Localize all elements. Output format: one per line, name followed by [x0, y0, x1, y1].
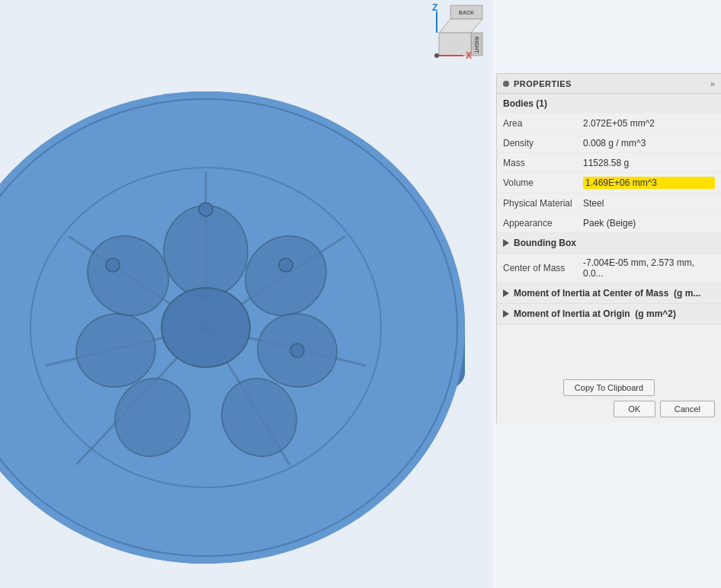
ok-button[interactable]: OK — [614, 401, 655, 417]
mass-label: Mass — [503, 158, 583, 168]
moment-inertia-cm-label: Moment of Inertia at Center of Mass (g m… — [514, 288, 700, 299]
property-row-mass: Mass 11528.58 g — [497, 153, 721, 173]
svg-marker-28 — [439, 19, 482, 33]
moment-inertia-cm-chevron-icon — [503, 289, 509, 297]
axis-indicator: BACK RIGHT Z X — [421, 4, 486, 76]
3d-viewport[interactable] — [0, 0, 492, 588]
density-label: Density — [503, 138, 583, 149]
panel-icon — [503, 81, 509, 87]
area-value: 2.072E+05 mm^2 — [583, 118, 715, 129]
center-of-mass-label: Center of Mass — [503, 263, 583, 273]
center-of-mass-value: -7.004E-05 mm, 2.573 mm, 0.0... — [583, 257, 715, 279]
area-label: Area — [503, 118, 583, 129]
panel-title: PROPERTIES — [514, 79, 710, 88]
property-row-volume: Volume 1.469E+06 mm^3 — [497, 173, 721, 193]
volume-value: 1.469E+06 mm^3 — [583, 177, 715, 189]
panel-expand-arrows[interactable]: » — [710, 79, 715, 88]
density-value: 0.008 g / mm^3 — [583, 138, 715, 149]
bounding-box-chevron-icon — [503, 239, 509, 247]
appearance-label: Appearance — [503, 218, 583, 228]
cancel-button[interactable]: Cancel — [660, 401, 715, 417]
moment-inertia-origin-row[interactable]: Moment of Inertia at Origin (g mm^2) — [497, 304, 721, 324]
svg-point-21 — [162, 288, 250, 367]
svg-point-23 — [279, 258, 293, 272]
property-row-density: Density 0.008 g / mm^3 — [497, 133, 721, 153]
property-row-appearance: Appearance Paek (Beige) — [497, 213, 721, 233]
svg-text:BACK: BACK — [459, 10, 474, 15]
panel-footer: Copy To Clipboard OK Cancel — [497, 373, 721, 423]
appearance-value: Paek (Beige) — [583, 218, 715, 228]
moment-inertia-origin-chevron-icon — [503, 310, 509, 318]
svg-text:X: X — [466, 50, 472, 61]
volume-label: Volume — [503, 177, 583, 188]
mass-value: 11528.58 g — [583, 158, 715, 168]
bounding-box-row[interactable]: Bounding Box — [497, 233, 721, 254]
property-row-material: Physical Material Steel — [497, 193, 721, 213]
clipboard-button-row: Copy To Clipboard — [503, 379, 715, 396]
svg-point-14 — [164, 206, 248, 297]
moment-inertia-origin-label: Moment of Inertia at Origin (g mm^2) — [514, 308, 676, 319]
svg-text:RIGHT: RIGHT — [474, 37, 479, 54]
copy-clipboard-button[interactable]: Copy To Clipboard — [563, 379, 655, 396]
svg-point-24 — [290, 344, 304, 357]
svg-text:Z: Z — [432, 4, 437, 13]
svg-point-25 — [106, 258, 120, 272]
bounding-box-label: Bounding Box — [514, 238, 576, 248]
physical-material-value: Steel — [583, 198, 715, 209]
action-buttons-row: OK Cancel — [503, 401, 715, 417]
property-row-center-of-mass: Center of Mass -7.004E-05 mm, 2.573 mm, … — [497, 254, 721, 283]
svg-point-36 — [434, 53, 439, 58]
moment-inertia-cm-row[interactable]: Moment of Inertia at Center of Mass (g m… — [497, 283, 721, 304]
panel-header: PROPERTIES » — [497, 74, 721, 94]
svg-point-22 — [199, 203, 213, 216]
bodies-section-title: Bodies (1) — [497, 94, 721, 113]
physical-material-label: Physical Material — [503, 198, 583, 209]
property-row-area: Area 2.072E+05 mm^2 — [497, 113, 721, 133]
properties-panel: PROPERTIES » Bodies (1) Area 2.072E+05 m… — [496, 73, 721, 423]
